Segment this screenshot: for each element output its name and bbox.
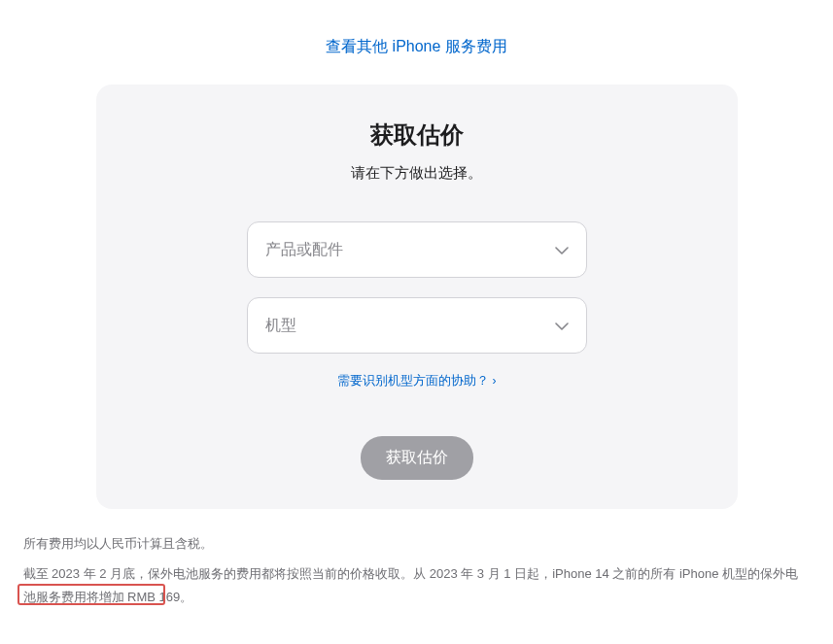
product-select[interactable]: 产品或配件 bbox=[247, 221, 587, 278]
disclaimer-highlight: 费用将增加 RMB 169。 bbox=[61, 590, 193, 604]
disclaimer-section: 所有费用均以人民币计算且含税。 截至 2023 年 2 月底，保外电池服务的费用… bbox=[14, 532, 820, 610]
card-title: 获取估价 bbox=[120, 119, 714, 151]
disclaimer-line-2: 截至 2023 年 2 月底，保外电池服务的费用都将按照当前的价格收取。从 20… bbox=[23, 562, 811, 610]
chevron-right-icon: › bbox=[493, 374, 497, 388]
submit-container: 获取估价 bbox=[120, 436, 714, 480]
model-select[interactable]: 机型 bbox=[247, 297, 587, 354]
chevron-down-icon bbox=[555, 317, 569, 334]
help-link-label: 需要识别机型方面的协助？ bbox=[337, 372, 489, 390]
top-link-container: 查看其他 iPhone 服务费用 bbox=[0, 0, 833, 85]
chevron-down-icon bbox=[555, 241, 569, 258]
model-select-placeholder: 机型 bbox=[265, 316, 296, 336]
other-services-link[interactable]: 查看其他 iPhone 服务费用 bbox=[326, 38, 507, 54]
get-estimate-button[interactable]: 获取估价 bbox=[361, 436, 473, 480]
help-link-container: 需要识别机型方面的协助？ › bbox=[120, 371, 714, 390]
estimate-card: 获取估价 请在下方做出选择。 产品或配件 机型 需要识别机型方面的协助？ › 获… bbox=[96, 85, 738, 509]
product-select-placeholder: 产品或配件 bbox=[265, 240, 343, 260]
disclaimer-line-1: 所有费用均以人民币计算且含税。 bbox=[23, 532, 811, 557]
select-group: 产品或配件 机型 bbox=[120, 221, 714, 354]
card-subtitle: 请在下方做出选择。 bbox=[120, 164, 714, 183]
identify-model-help-link[interactable]: 需要识别机型方面的协助？ › bbox=[337, 372, 497, 390]
